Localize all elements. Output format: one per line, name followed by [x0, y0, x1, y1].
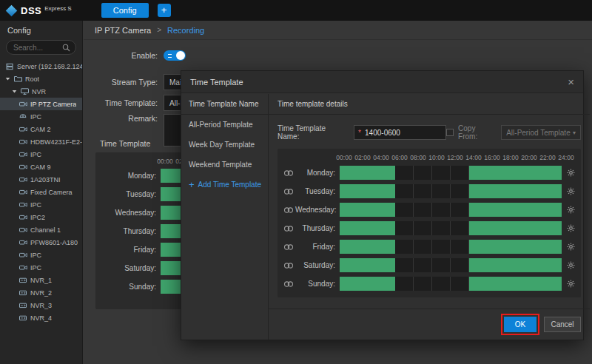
ok-button[interactable]: OK [504, 317, 536, 332]
tree-item[interactable]: Channel 1 [0, 223, 82, 236]
template-name-input[interactable] [354, 125, 446, 140]
tree-item-label: IPC [30, 252, 41, 259]
add-time-template-button[interactable]: + Add Time Template [181, 175, 268, 195]
camera-icon [18, 138, 28, 145]
tree-item[interactable]: NVR_1 [0, 274, 82, 286]
camera-icon [18, 239, 28, 246]
tree-item[interactable]: IPC [0, 198, 82, 211]
tree-item[interactable]: Server (192.168.2.124) [0, 60, 82, 73]
gear-icon[interactable] [567, 206, 575, 214]
top-bar: DSS Express S Config + [0, 0, 592, 21]
schedule-row: Wednesday: [283, 200, 575, 219]
tree-item[interactable]: HDBW4231F-E2-M [0, 135, 82, 148]
day-label: Friday: [101, 246, 161, 254]
tree-item[interactable]: NVR [0, 85, 82, 98]
cancel-button[interactable]: Cancel [544, 317, 581, 332]
gear-icon[interactable] [567, 224, 575, 232]
schedule-bar [469, 166, 562, 180]
time-tick-label: 20:00 [521, 154, 536, 161]
time-tick-label: 24:00 [558, 154, 574, 161]
copy-from-select[interactable]: All-Period Template ▾ [501, 125, 581, 140]
tree-item-label: IP PTZ Camera [30, 101, 76, 108]
tree-item[interactable]: NVR_2 [0, 286, 82, 299]
template-item-week-day[interactable]: Week Day Template [181, 135, 268, 155]
template-item-weekend[interactable]: Weekend Template [181, 155, 268, 175]
tree-item[interactable]: PFW8601-A180 [0, 236, 82, 249]
schedule-track[interactable] [340, 221, 562, 235]
tree-item[interactable]: IPC [0, 261, 82, 274]
schedule-track[interactable] [340, 277, 562, 291]
dialog-footer: OK Cancel [269, 309, 590, 340]
template-name-label: Time Template Name: [278, 124, 349, 141]
link-icon[interactable] [283, 262, 295, 269]
link-icon[interactable] [283, 280, 295, 288]
schedule-bar [340, 258, 395, 272]
schedule-track[interactable] [340, 184, 562, 198]
search-input[interactable] [12, 43, 62, 53]
tree-item[interactable]: Root [0, 73, 82, 85]
sidebar: Config Server (192.168.2.124)RootNVRIP P… [0, 21, 83, 364]
gear-icon[interactable] [567, 243, 575, 251]
breadcrumb-current: Recording [167, 26, 204, 35]
tree-item[interactable]: IPC [0, 148, 82, 161]
tree-item-label: NVR_2 [30, 289, 52, 297]
day-label: Thursday: [101, 227, 161, 235]
tab-config[interactable]: Config [101, 3, 149, 18]
template-item-all-period[interactable]: All-Period Template [181, 115, 268, 135]
breadcrumb-parent[interactable]: IP PTZ Camera [95, 26, 151, 35]
schedule-bar [469, 184, 562, 198]
tree-item-label: CAM 2 [30, 126, 51, 133]
copy-from-checkbox[interactable] [446, 129, 454, 136]
day-label: Tuesday: [295, 187, 340, 195]
caret-down-icon[interactable] [11, 89, 18, 94]
link-icon[interactable] [283, 188, 295, 195]
close-icon[interactable]: × [568, 76, 574, 87]
tree-item[interactable]: IPC [0, 110, 82, 123]
link-icon[interactable] [283, 169, 295, 177]
camera-icon [18, 226, 28, 233]
folder-icon [13, 75, 23, 82]
add-tab-button[interactable]: + [158, 4, 171, 17]
camera-icon [18, 176, 28, 183]
copy-from-value: All-Period Template [506, 129, 571, 137]
schedule-track[interactable] [340, 203, 562, 217]
tree-item[interactable]: 1A203TNI [0, 173, 82, 186]
tree-item[interactable]: IPC [0, 249, 82, 261]
app-window: DSS Express S Config + Config Server (19… [0, 0, 592, 364]
tree-item[interactable]: Fixed Camera [0, 186, 82, 198]
dialog-time-ruler: 00:0002:0004:0006:0008:0010:0012:0014:00… [344, 153, 566, 164]
search-icon[interactable] [62, 44, 70, 52]
tree-item[interactable]: IP PTZ Camera [0, 98, 82, 110]
tree-item[interactable]: NVR_3 [0, 299, 82, 311]
remark-label: Remark: [84, 114, 158, 123]
caret-down-icon[interactable] [4, 76, 11, 81]
day-label: Wednesday: [101, 209, 161, 217]
tree-item[interactable]: CAM 9 [0, 161, 82, 173]
gear-icon[interactable] [567, 261, 575, 269]
dialog-title: Time Template [190, 78, 243, 87]
schedule-row: Monday: [283, 164, 575, 182]
enable-toggle[interactable] [164, 50, 186, 61]
gear-icon[interactable] [567, 280, 575, 288]
gear-icon[interactable] [567, 169, 575, 177]
gear-icon[interactable] [567, 187, 575, 195]
link-icon[interactable] [283, 225, 295, 232]
schedule-row: Friday: [283, 237, 575, 256]
camera-icon [18, 201, 28, 208]
tree-item[interactable]: NVR_4 [0, 311, 82, 324]
schedule-track[interactable] [340, 166, 562, 180]
tree-item-label: Root [25, 75, 39, 83]
schedule-track[interactable] [340, 258, 562, 272]
template-details-panel: Time template details Time Template Name… [269, 94, 590, 340]
dome-camera-icon [18, 113, 28, 120]
camera-icon [18, 264, 28, 271]
link-icon[interactable] [283, 206, 295, 214]
sidebar-title: Config [0, 21, 82, 38]
tree-item-label: 1A203TNI [30, 176, 61, 183]
tree-item-label: NVR_3 [30, 302, 52, 309]
tree-item[interactable]: CAM 2 [0, 123, 82, 135]
tree-item[interactable]: IPC2 [0, 211, 82, 223]
schedule-track[interactable] [340, 240, 562, 254]
schedule-bar [469, 221, 562, 235]
link-icon[interactable] [283, 243, 295, 251]
